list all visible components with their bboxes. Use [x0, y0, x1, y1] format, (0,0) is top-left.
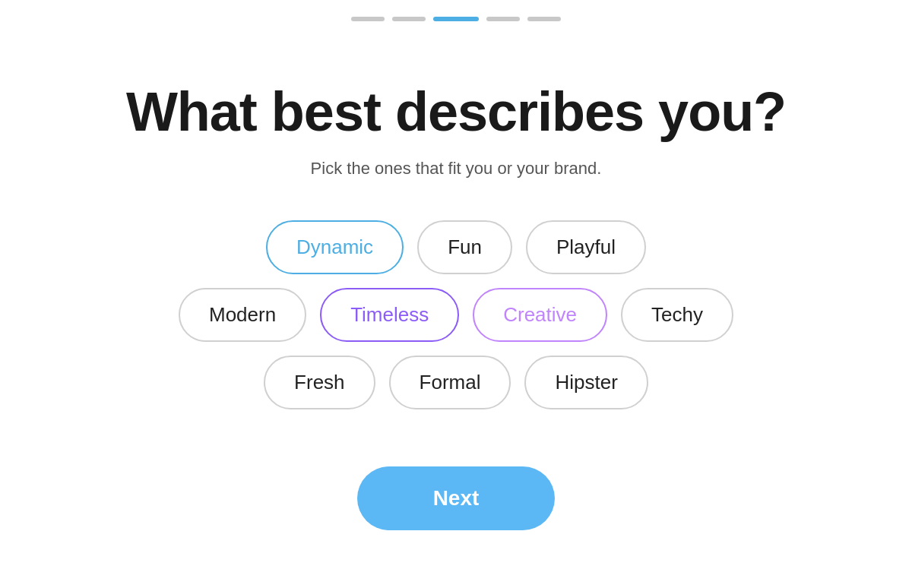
progress-dot-5 — [527, 17, 561, 21]
option-dynamic[interactable]: Dynamic — [266, 220, 404, 274]
options-row-1: Dynamic Fun Playful — [266, 220, 646, 274]
options-row-3: Fresh Formal Hipster — [264, 356, 648, 409]
option-fresh[interactable]: Fresh — [264, 356, 375, 409]
progress-dot-1 — [351, 17, 385, 21]
option-timeless[interactable]: Timeless — [320, 288, 459, 342]
option-formal[interactable]: Formal — [389, 356, 511, 409]
progress-dot-2 — [392, 17, 426, 21]
progress-dot-4 — [486, 17, 520, 21]
options-row-2: Modern Timeless Creative Techy — [179, 288, 733, 342]
option-techy[interactable]: Techy — [621, 288, 733, 342]
options-container: Dynamic Fun Playful Modern Timeless Crea… — [179, 220, 733, 409]
option-modern[interactable]: Modern — [179, 288, 306, 342]
progress-bar — [351, 17, 561, 21]
next-button[interactable]: Next — [357, 466, 556, 530]
option-playful[interactable]: Playful — [526, 220, 646, 274]
option-creative[interactable]: Creative — [473, 288, 607, 342]
main-content: What best describes you? Pick the ones t… — [126, 82, 786, 530]
progress-dot-3 — [433, 17, 479, 21]
option-fun[interactable]: Fun — [417, 220, 512, 274]
option-hipster[interactable]: Hipster — [524, 356, 648, 409]
page-subtitle: Pick the ones that fit you or your brand… — [311, 159, 602, 179]
page-title: What best describes you? — [126, 82, 786, 142]
